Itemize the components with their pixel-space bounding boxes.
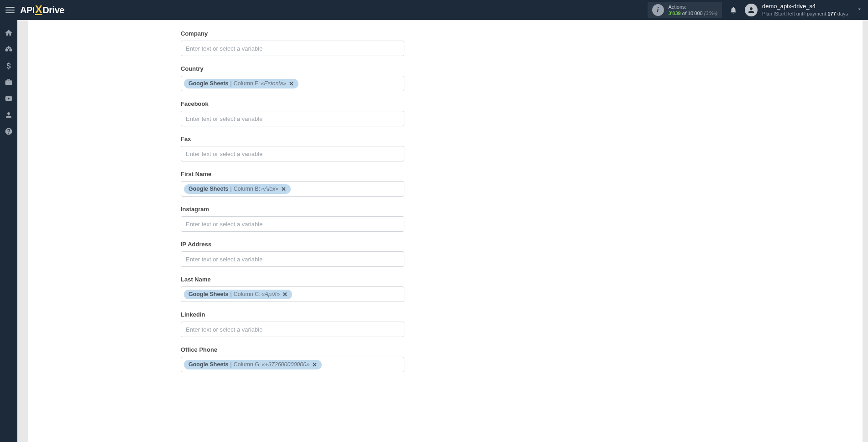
tag-value: «ApiX» [261,291,280,297]
field-placeholder: Enter text or select a variable [184,220,264,229]
tag-source: Google Sheets [188,291,229,297]
field-label: Fax [181,135,863,142]
user-plan: Plan |Start| left until payment 177 days [762,10,848,17]
actions-of: of [682,10,686,16]
variable-tag[interactable]: Google Sheets | Column B: «Alex»✕ [184,184,291,194]
logo-part-drive: Drive [42,5,64,16]
field-input[interactable]: Enter text or select a variable [181,322,404,337]
user-text: demo_apix-drive_s4 Plan |Start| left unt… [762,3,848,17]
content-area: CompanyEnter text or select a variableCo… [17,20,868,442]
field-input[interactable]: Google Sheets | Column B: «Alex»✕ [181,181,404,197]
variable-tag[interactable]: Google Sheets | Column F: «Estonia»✕ [184,79,298,88]
field-label: Facebook [181,100,863,107]
tag-source: Google Sheets [188,186,229,192]
form-panel: CompanyEnter text or select a variableCo… [28,20,863,442]
field-input[interactable]: Enter text or select a variable [181,251,404,267]
logo-part-x: X [35,3,42,16]
logo-part-api: API [20,5,35,16]
field-placeholder: Enter text or select a variable [184,114,264,123]
info-icon: i [652,4,664,16]
close-icon[interactable]: ✕ [281,186,286,192]
field-group: InstagramEnter text or select a variable [181,206,863,232]
field-input[interactable]: Enter text or select a variable [181,111,404,126]
field-group: FacebookEnter text or select a variable [181,100,863,126]
app-header: APIXDrive i Actions: 3'039 of 10'000 (30… [0,0,868,20]
field-label: Instagram [181,206,863,213]
tag-value: «Estonia» [261,80,286,87]
dollar-icon[interactable] [4,61,13,70]
tag-column: Column C: [234,291,261,297]
field-label: First Name [181,171,863,177]
close-icon[interactable]: ✕ [282,291,288,298]
field-label: Company [181,30,863,37]
tag-column: Column B: [234,186,260,192]
field-group: IP AddressEnter text or select a variabl… [181,241,863,267]
close-icon[interactable]: ✕ [312,361,317,368]
field-input[interactable]: Google Sheets | Column C: «ApiX»✕ [181,286,404,302]
actions-counter[interactable]: i Actions: 3'039 of 10'000 (30%) [648,2,722,19]
variable-tag[interactable]: Google Sheets | Column C: «ApiX»✕ [184,290,292,299]
avatar-icon [745,4,758,16]
field-placeholder: Enter text or select a variable [184,44,264,53]
help-icon[interactable] [4,127,13,136]
sidebar [0,20,17,442]
tag-column: Column G: [234,361,261,368]
field-label: Office Phone [181,346,863,353]
close-icon[interactable]: ✕ [289,80,294,87]
field-placeholder: Enter text or select a variable [184,150,264,158]
field-group: CompanyEnter text or select a variable [181,30,863,56]
menu-icon[interactable] [5,5,15,15]
header-right: i Actions: 3'039 of 10'000 (30%) demo_ap… [648,2,863,19]
tag-separator: | [230,186,232,192]
user-icon[interactable] [4,110,13,120]
field-label: Linkedin [181,311,863,318]
field-group: Office PhoneGoogle Sheets | Column G: «+… [181,346,863,372]
tag-value: «+372600000000» [262,361,310,368]
field-input[interactable]: Enter text or select a variable [181,41,404,56]
actions-text: Actions: 3'039 of 10'000 (30%) [669,4,718,17]
field-group: CountryGoogle Sheets | Column F: «Estoni… [181,65,863,91]
field-label: Country [181,65,863,72]
home-icon[interactable] [4,28,13,37]
tag-value: «Alex» [261,186,278,192]
tag-source: Google Sheets [188,80,229,87]
field-input[interactable]: Enter text or select a variable [181,146,404,161]
sitemap-icon[interactable] [4,45,13,54]
variable-tag[interactable]: Google Sheets | Column G: «+372600000000… [184,360,322,369]
tag-separator: | [230,80,232,87]
field-group: FaxEnter text or select a variable [181,135,863,161]
field-label: Last Name [181,276,863,283]
logo[interactable]: APIXDrive [20,4,64,16]
field-input[interactable]: Enter text or select a variable [181,216,404,232]
field-placeholder: Enter text or select a variable [184,255,264,264]
field-label: IP Address [181,241,863,248]
field-group: LinkedinEnter text or select a variable [181,311,863,337]
field-group: Last NameGoogle Sheets | Column C: «ApiX… [181,276,863,302]
youtube-icon[interactable] [4,94,13,103]
field-group: First NameGoogle Sheets | Column B: «Ale… [181,171,863,197]
actions-total: 10'000 [688,10,703,16]
field-placeholder: Enter text or select a variable [184,325,264,334]
field-input[interactable]: Google Sheets | Column F: «Estonia»✕ [181,76,404,91]
tag-source: Google Sheets [188,361,229,368]
tag-separator: | [230,361,232,368]
actions-pct: (30%) [704,10,717,16]
briefcase-icon[interactable] [4,78,13,87]
tag-separator: | [230,291,232,297]
bell-icon[interactable] [729,6,737,14]
actions-label: Actions: [669,4,718,10]
field-input[interactable]: Google Sheets | Column G: «+372600000000… [181,357,404,372]
actions-used: 3'039 [669,10,681,16]
tag-column: Column F: [234,80,260,87]
user-menu[interactable]: demo_apix-drive_s4 Plan |Start| left unt… [745,3,863,17]
chevron-down-icon [856,6,863,14]
user-name: demo_apix-drive_s4 [762,3,848,10]
